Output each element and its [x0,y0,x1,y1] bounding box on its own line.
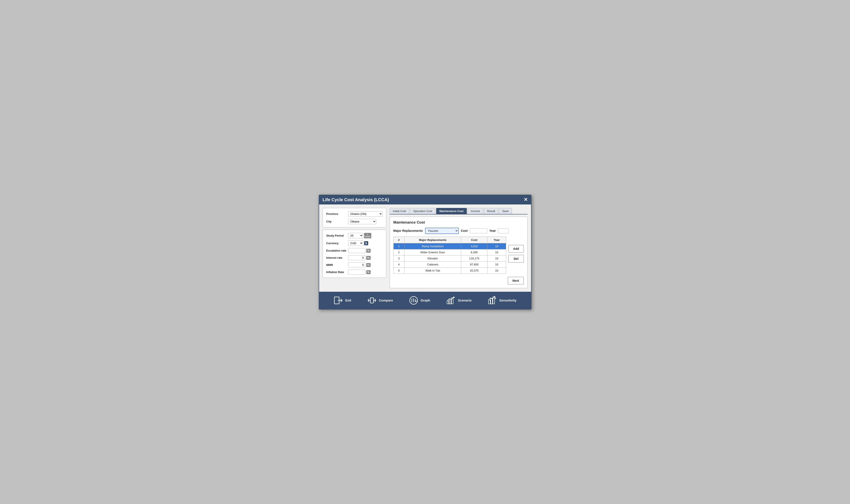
tab-operation-cost[interactable]: Operation Cost [410,208,435,214]
city-select[interactable]: Ottawa Toronto Vancouver Calgary [348,219,376,224]
tab-maintenance-cost[interactable]: Maintenance Cost [436,208,467,214]
content-area: Maintenance Cost Major Replacements Fauc… [390,217,528,288]
inflation-controls: % [348,270,371,274]
cell-id: 4 [393,261,404,267]
currency-select[interactable]: CAD USD EUR [348,240,363,246]
cell-year: 10 [488,261,506,267]
study-period-select[interactable]: 25 10 20 30 40 50 [348,233,363,238]
graph-icon-row: Graph [409,295,430,305]
escalation-controls: % [348,248,371,253]
interest-row: Interest rate % [326,255,383,260]
year-input[interactable] [498,228,509,233]
cell-id: 1 [393,243,404,249]
interest-controls: % [348,255,371,260]
year-col-label: Year [489,229,496,232]
cell-cost: 8,395 [461,249,488,255]
table-row[interactable]: 4 Cabinets 97,800 10 [393,261,506,267]
exit-label: Exit [345,299,351,302]
cell-year: 10 [488,267,506,273]
inflation-input[interactable] [348,270,366,274]
currency-label: Currency [326,241,348,245]
col-year: Year [488,237,506,243]
svg-rect-2 [370,298,373,303]
city-row: City Ottawa Toronto Vancouver Calgary [326,219,383,224]
escalation-label: Escalation rate [326,249,348,252]
exit-icon [334,295,343,305]
cell-year: 10 [488,249,506,255]
table-row[interactable]: 2 Wider Exterior Door 8,395 10 [393,249,506,255]
cell-year: 10 [488,243,506,249]
window-title: Life Cycle Cost Analysis (LCCA) [323,197,389,202]
tab-initial-cost[interactable]: Initial Cost [390,208,409,214]
mmr-row: MMR % [326,263,383,267]
province-row: Province Ontario (ON) British Columbia (… [326,211,383,217]
cell-name: Walk in Tub [404,267,461,273]
mmr-label: MMR [326,263,348,267]
interest-label: Interest rate [326,256,348,259]
city-label: City [326,220,348,223]
svg-rect-7 [447,301,449,304]
svg-text:$: $ [495,297,496,300]
compare-icon-row: Compare [367,295,393,305]
compare-label: Compare [379,299,393,302]
add-button[interactable]: Add [508,245,524,253]
sensitivity-label: Sensetivity [499,299,516,302]
table-row[interactable]: 3 Elevator 118,175 10 [393,255,506,261]
content-title: Maintenance Cost [393,220,524,224]
tab-save[interactable]: Save [499,208,512,214]
sensitivity-button[interactable]: $ Sensetivity [488,295,516,305]
cell-name: Wider Exterior Door [404,249,461,255]
sensitivity-icon-row: $ Sensetivity [488,295,516,305]
del-button[interactable]: Del [508,255,524,263]
mmr-controls: % [348,263,371,267]
inflation-label: Inflation Rate [326,270,348,274]
major-replacements-row: Major Replacements Faucets Ramp Installa… [393,228,524,234]
scenario-button[interactable]: Scenario [446,295,472,305]
title-bar: Life Cycle Cost Analysis (LCCA) ✕ [319,195,531,204]
table-row[interactable]: 1 Ramp Instalatiom 3,015 10 [393,243,506,249]
cell-cost: 118,175 [461,255,488,261]
escalation-row: Escalation rate % [326,248,383,253]
cost-input[interactable] [470,228,487,233]
graph-icon [409,295,419,305]
left-panel: Province Ontario (ON) British Columbia (… [323,208,386,288]
escalation-pct-icon: % [366,249,371,253]
cell-name: Ramp Instalatiom [404,243,461,249]
next-button[interactable]: Next [508,277,524,285]
province-select[interactable]: Ontario (ON) British Columbia (BC) Alber… [348,211,383,217]
scenario-label: Scenario [458,299,472,302]
interest-pct-icon: % [366,256,371,260]
compare-button[interactable]: Compare [367,295,393,305]
col-cost: Cost [461,237,488,243]
cell-name: Elevator [404,255,461,261]
table-row[interactable]: 5 Walk in Tub 20,375 10 [393,267,506,273]
scenario-icon-row: Scenario [446,295,472,305]
study-period-controls: 25 10 20 30 40 50 1YEAR [348,233,371,238]
tab-result[interactable]: Result [484,208,498,214]
sensitivity-icon: $ [488,295,497,305]
major-replacements-label: Major Replacements [393,229,423,232]
cell-id: 3 [393,255,404,261]
graph-button[interactable]: Graph [409,295,430,305]
tab-income[interactable]: Income [467,208,483,214]
main-window: Life Cycle Cost Analysis (LCCA) ✕ Provin… [319,195,531,309]
study-period-label: Study Period [326,234,348,237]
major-replacements-select[interactable]: Faucets Ramp Installation Wider Exterior… [425,228,459,234]
mmr-input[interactable] [348,263,366,267]
col-hash: # [393,237,404,243]
escalation-input[interactable] [348,248,366,253]
province-label: Province [326,212,348,216]
scenario-icon [446,295,456,305]
close-button[interactable]: ✕ [524,197,528,202]
interest-input[interactable] [348,255,366,260]
cell-id: 5 [393,267,404,273]
exit-button[interactable]: Exit [334,295,351,305]
table-section: # Major Replacements Cost Year 1 Ramp In… [393,237,524,274]
currency-controls: CAD USD EUR $ [348,240,368,246]
cell-id: 2 [393,249,404,255]
svg-rect-11 [489,300,490,304]
cell-year: 10 [488,255,506,261]
svg-point-10 [453,297,455,298]
currency-row: Currency CAD USD EUR $ [326,240,383,246]
inflation-pct-icon: % [366,270,371,274]
